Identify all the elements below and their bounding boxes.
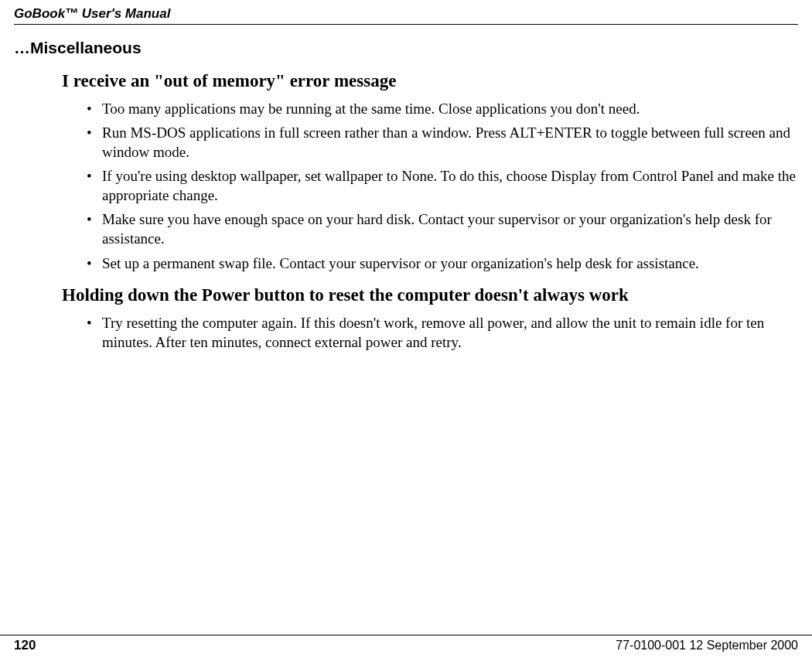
page-footer: 120 77-0100-001 12 September 2000 [0, 635, 812, 661]
list-item: Too many applications may be running at … [87, 99, 798, 118]
page-header: GoBook™ User's Manual [14, 6, 798, 25]
subheading-2: Holding down the Power button to reset t… [62, 285, 798, 305]
bullet-list-1: Too many applications may be running at … [62, 99, 798, 273]
page: GoBook™ User's Manual …Miscellaneous I r… [0, 0, 812, 661]
list-item: Run MS-DOS applications in full screen r… [87, 123, 798, 162]
subheading-1: I receive an "out of memory" error messa… [62, 71, 798, 91]
doc-reference: 77-0100-001 12 September 2000 [616, 639, 798, 652]
header-title: GoBook™ User's Manual [14, 6, 170, 21]
section-title: …Miscellaneous [14, 39, 798, 57]
list-item: If you're using desktop wallpaper, set w… [87, 166, 798, 205]
list-item: Set up a permanent swap file. Contact yo… [87, 254, 798, 273]
page-number: 120 [14, 638, 36, 653]
list-item: Make sure you have enough space on your … [87, 210, 798, 248]
bullet-list-2: Try resetting the computer again. If thi… [62, 313, 798, 352]
content: I receive an "out of memory" error messa… [14, 71, 798, 352]
list-item: Try resetting the computer again. If thi… [87, 313, 798, 352]
